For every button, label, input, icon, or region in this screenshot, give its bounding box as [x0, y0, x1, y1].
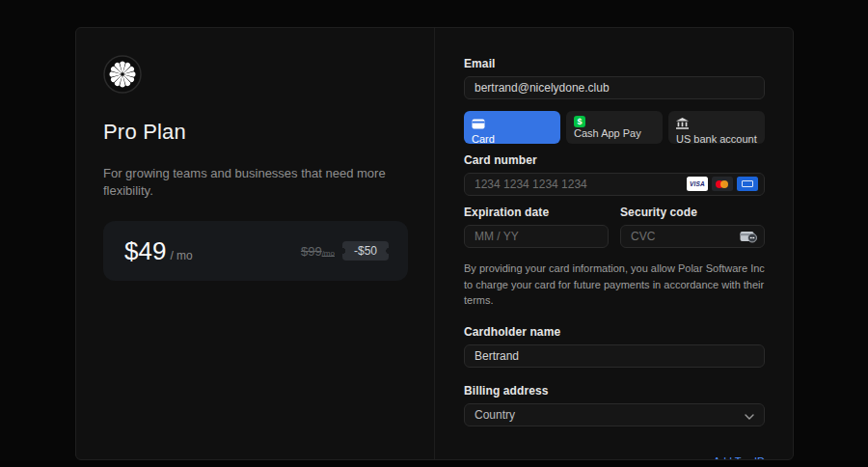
discount-info: $99/mo -$50: [301, 241, 389, 261]
cardholder-name-input[interactable]: [464, 344, 765, 368]
tab-cash-app-label: Cash App Pay: [574, 127, 655, 139]
cvc-card-icon: [740, 230, 757, 247]
cardholder-name-label: Cardholder name: [464, 325, 765, 339]
country-select-value: Country: [475, 408, 515, 422]
tab-us-bank-label: US bank account: [676, 133, 757, 145]
payment-form: Email Card $ Cash App Pay: [435, 28, 794, 459]
mastercard-icon: [712, 177, 733, 191]
chevron-down-icon: [745, 406, 754, 424]
product-description: For growing teams and businesses that ne…: [103, 165, 407, 200]
visa-icon: VISA: [687, 177, 708, 191]
polar-logo-icon: [103, 55, 142, 94]
card-number-label: Card number: [464, 153, 765, 167]
tab-cash-app-pay[interactable]: $ Cash App Pay: [566, 111, 663, 144]
price-interval: / mo: [170, 249, 192, 262]
window-bottom-edge: [0, 460, 868, 467]
checkout-page: Pro Plan For growing teams and businesse…: [0, 0, 868, 467]
price-card: $49 / mo $99/mo -$50: [103, 221, 408, 281]
product-panel: Pro Plan For growing teams and businesse…: [76, 28, 435, 459]
amex-icon: [737, 177, 758, 191]
expiration-label: Expiration date: [464, 206, 609, 219]
country-select[interactable]: Country: [464, 403, 765, 426]
payment-method-tabs: Card $ Cash App Pay: [464, 111, 765, 144]
security-code-label: Security code: [620, 206, 765, 219]
checkout-card: Pro Plan For growing teams and businesse…: [75, 27, 794, 460]
tab-card-label: Card: [472, 133, 553, 145]
current-price: $49 / mo: [124, 236, 193, 266]
billing-address-label: Billing address: [464, 384, 765, 398]
original-price: $99/mo: [301, 244, 335, 259]
bank-icon: [676, 116, 757, 133]
expiration-input[interactable]: [464, 225, 609, 248]
cash-app-icon: $: [574, 116, 585, 127]
card-brand-icons: VISA: [687, 177, 758, 191]
tab-card[interactable]: Card: [464, 111, 560, 144]
payment-terms-text: By providing your card information, you …: [464, 261, 765, 309]
email-input[interactable]: [464, 76, 765, 99]
tab-us-bank-account[interactable]: US bank account: [668, 111, 765, 144]
discount-amount-badge: -$50: [342, 241, 389, 261]
product-title: Pro Plan: [103, 120, 407, 145]
card-icon: [472, 116, 553, 133]
email-label: Email: [464, 57, 765, 70]
price-amount: $49: [124, 236, 166, 266]
